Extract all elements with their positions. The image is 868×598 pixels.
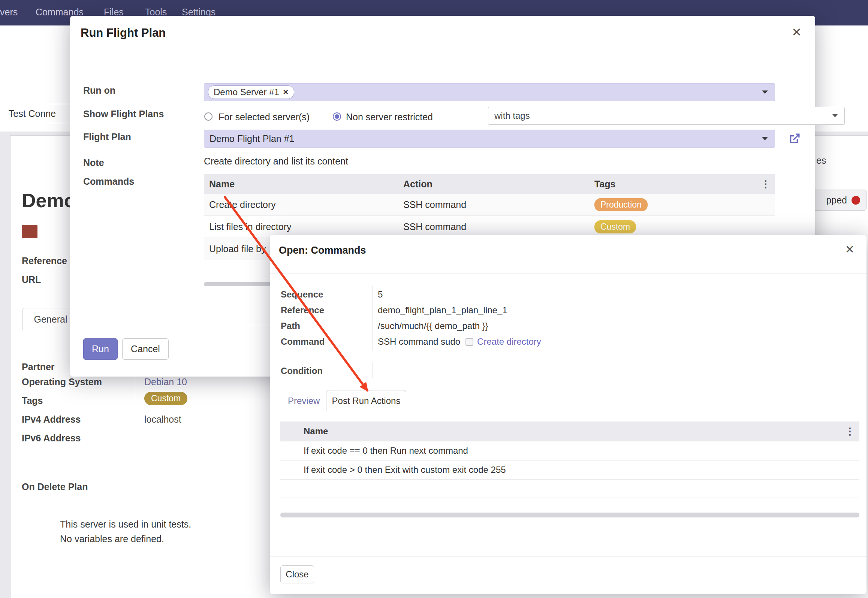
header-divider — [270, 273, 867, 274]
value-sequence: 5 — [378, 289, 383, 300]
record-title: Demo — [22, 189, 76, 212]
color-swatch[interactable] — [22, 225, 37, 238]
chevron-down-icon[interactable] — [762, 91, 768, 94]
label-ipv6: IPv6 Address — [22, 433, 81, 444]
row-action: SSH command — [398, 221, 589, 232]
flight-plan-select[interactable]: Demo Flight Plan #1 — [204, 130, 775, 148]
test-connection-button[interactable]: Test Conne — [0, 104, 76, 123]
tag-badge-production: Production — [594, 198, 648, 211]
label-sequence: Sequence — [281, 289, 323, 300]
screen: vers Commands Files Tools Settings Test … — [0, 0, 868, 598]
tag-badge-custom[interactable]: Custom — [144, 392, 187, 405]
label-reference: Reference — [281, 305, 324, 315]
horizontal-scrollbar[interactable] — [280, 513, 859, 517]
label-show-flight-plans: Show Flight Plans — [83, 109, 164, 120]
field-separator — [373, 362, 373, 378]
label-operating-system: Operating System — [22, 377, 102, 387]
label-ipv4: IPv4 Address — [22, 414, 81, 425]
value-operating-system[interactable]: Debian 10 — [144, 377, 187, 387]
post-run-table-header: Name ⋮ — [280, 422, 859, 441]
label-path: Path — [281, 321, 300, 331]
label-condition: Condition — [281, 366, 323, 376]
value-path: /such/much/{{ demo_path }} — [378, 321, 488, 331]
footer-divider — [270, 556, 867, 557]
table-row-empty — [280, 480, 859, 498]
close-icon[interactable]: ✕ — [845, 244, 855, 255]
close-icon[interactable]: ✕ — [792, 26, 802, 38]
table-row[interactable]: If exit code == 0 then Run next command — [280, 441, 859, 460]
close-button[interactable]: Close — [280, 565, 314, 583]
radio-non-server-restricted[interactable] — [333, 112, 341, 121]
field-separator — [373, 286, 373, 351]
label-command: Command — [281, 336, 325, 347]
label-reference: Reference — [22, 256, 67, 266]
kebab-menu-icon[interactable]: ⋮ — [845, 426, 855, 437]
value-command: SSH command sudoCreate directory — [378, 336, 541, 347]
tab-post-run-actions[interactable]: Post Run Actions — [326, 390, 406, 411]
column-action[interactable]: Action — [398, 179, 589, 190]
cancel-button[interactable]: Cancel — [122, 338, 169, 360]
row-name: If exit code > 0 then Exit with custom e… — [304, 465, 859, 475]
with-tags-select[interactable]: with tags — [488, 107, 845, 125]
label-on-delete-plan: On Delete Plan — [22, 481, 88, 492]
column-name[interactable]: Name — [304, 426, 859, 437]
commands-table-header: Name Action Tags ⋮ — [204, 174, 775, 194]
modal-title: Run Flight Plan — [81, 26, 166, 40]
unit-test-note-line2: No variables are defined. — [60, 534, 164, 544]
tab-preview[interactable]: Preview — [288, 396, 320, 406]
note-value: Create directory and list its content — [204, 156, 348, 167]
kebab-menu-icon[interactable]: ⋮ — [761, 178, 771, 190]
row-action: SSH command — [398, 199, 589, 210]
run-on-select[interactable]: Demo Server #1 ✕ — [204, 83, 775, 101]
field-separator — [135, 479, 135, 497]
label-separator — [197, 84, 197, 298]
value-ipv4: localhost — [144, 414, 181, 425]
external-link-icon[interactable] — [788, 132, 801, 145]
label-flight-plan: Flight Plan — [83, 132, 131, 142]
column-name[interactable]: Name — [204, 179, 398, 190]
value-reference: demo_flight_plan_1_plan_line_1 — [378, 305, 507, 315]
chevron-down-icon[interactable] — [762, 137, 768, 141]
checkbox[interactable] — [465, 338, 473, 346]
command-text: SSH command sudo — [378, 336, 460, 347]
chip-remove-icon[interactable]: ✕ — [283, 88, 289, 96]
tag-badge-custom: Custom — [594, 220, 636, 233]
status-dot-icon — [852, 196, 860, 205]
table-row[interactable]: If exit code > 0 then Exit with custom e… — [280, 460, 859, 480]
with-tags-value: with tags — [494, 111, 530, 121]
chevron-down-icon[interactable] — [832, 114, 838, 117]
nav-item-servers[interactable]: vers — [0, 7, 18, 18]
create-directory-link[interactable]: Create directory — [477, 336, 541, 347]
unit-test-note-line1: This server is used in unit tests. — [60, 519, 191, 530]
server-chip-label: Demo Server #1 — [214, 87, 279, 97]
radio-non-server-restricted-label[interactable]: Non server restricted — [346, 112, 433, 123]
server-chip[interactable]: Demo Server #1 ✕ — [208, 85, 294, 99]
status-badge-label: pped — [826, 195, 847, 206]
row-name: List files in directory — [204, 221, 398, 232]
row-name: Create directory — [204, 199, 398, 210]
radio-for-selected-servers-label[interactable]: For selected server(s) — [218, 112, 310, 123]
modal-title: Open: Commands — [279, 245, 366, 256]
table-row[interactable]: Create directory SSH command Production — [204, 194, 775, 216]
label-tags: Tags — [22, 395, 43, 406]
label-partner: Partner — [22, 362, 55, 372]
column-tags[interactable]: Tags — [589, 179, 775, 190]
label-run-on: Run on — [83, 85, 115, 96]
label-commands: Commands — [83, 176, 134, 187]
radio-for-selected-servers[interactable] — [204, 112, 213, 121]
open-commands-modal: Open: Commands ✕ Sequence 5 Reference de… — [270, 235, 867, 594]
run-button[interactable]: Run — [83, 338, 118, 360]
label-url: URL — [22, 274, 41, 285]
label-note: Note — [83, 157, 104, 168]
right-text-fragment: es — [816, 155, 826, 166]
flight-plan-value: Demo Flight Plan #1 — [210, 133, 295, 144]
post-run-actions-table: Name ⋮ If exit code == 0 then Run next c… — [280, 422, 859, 498]
row-name: If exit code == 0 then Run next command — [304, 446, 859, 456]
